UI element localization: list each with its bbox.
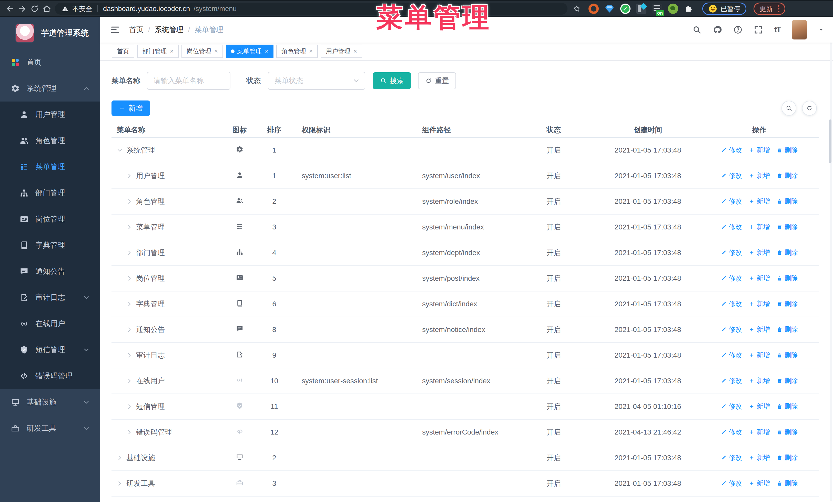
add-action-button[interactable]: 新增 [749, 479, 770, 488]
tab-用户管理[interactable]: 用户管理× [320, 45, 362, 58]
browser-home-icon[interactable] [43, 4, 51, 13]
edit-action-button[interactable]: 修改 [721, 299, 742, 308]
delete-action-button[interactable]: 删除 [777, 325, 798, 334]
add-action-button[interactable]: 新增 [749, 248, 770, 257]
sidebar-item-基础设施[interactable]: 基础设施 [0, 389, 100, 415]
expand-caret-right-icon[interactable] [126, 198, 133, 205]
expand-caret-right-icon[interactable] [126, 224, 133, 230]
expand-caret-right-icon[interactable] [126, 301, 133, 307]
delete-action-button[interactable]: 删除 [777, 274, 798, 283]
close-icon[interactable]: × [170, 48, 173, 55]
edit-action-button[interactable]: 修改 [721, 146, 742, 154]
update-browser-button[interactable]: 更新 [754, 3, 785, 15]
extension-check-icon[interactable]: ✓ [620, 4, 630, 14]
fullscreen-icon[interactable] [754, 25, 763, 34]
expand-caret-right-icon[interactable] [126, 429, 133, 435]
hamburger-icon[interactable] [110, 25, 120, 34]
breadcrumb-item[interactable]: 首页 [129, 25, 144, 34]
sidebar-item-研发工具[interactable]: 研发工具 [0, 415, 100, 441]
edit-action-button[interactable]: 修改 [721, 479, 742, 488]
sidebar-item-错误码管理[interactable]: 错误码管理 [0, 363, 100, 389]
browser-reload-icon[interactable] [30, 4, 39, 13]
user-avatar[interactable] [792, 20, 807, 40]
browser-forward-icon[interactable] [18, 4, 27, 13]
delete-action-button[interactable]: 删除 [777, 479, 798, 488]
add-action-button[interactable]: 新增 [749, 146, 770, 154]
refresh-table-button[interactable] [802, 101, 817, 116]
sidebar-item-部门管理[interactable]: 部门管理 [0, 180, 100, 206]
app-logo[interactable]: 芋道管理系统 [0, 17, 100, 49]
tab-岗位管理[interactable]: 岗位管理× [182, 45, 223, 58]
close-icon[interactable]: × [309, 48, 313, 55]
extension-gem-icon[interactable] [604, 4, 615, 14]
tab-角色管理[interactable]: 角色管理× [276, 45, 318, 58]
close-icon[interactable]: × [214, 48, 218, 55]
sidebar-item-用户管理[interactable]: 用户管理 [0, 101, 100, 128]
delete-action-button[interactable]: 删除 [777, 248, 798, 257]
edit-action-button[interactable]: 修改 [721, 197, 742, 206]
delete-action-button[interactable]: 删除 [777, 351, 798, 360]
sidebar-item-菜单管理[interactable]: 菜单管理 [0, 154, 100, 180]
expand-caret-right-icon[interactable] [126, 327, 133, 333]
browser-back-icon[interactable] [6, 4, 14, 13]
close-icon[interactable]: × [265, 48, 268, 55]
edit-action-button[interactable]: 修改 [721, 171, 742, 180]
expand-caret-right-icon[interactable] [126, 404, 133, 410]
add-action-button[interactable]: 新增 [749, 428, 770, 437]
delete-action-button[interactable]: 删除 [777, 197, 798, 206]
font-size-icon[interactable]: tT [774, 25, 781, 34]
add-action-button[interactable]: 新增 [749, 402, 770, 411]
sidebar-item-短信管理[interactable]: 短信管理 [0, 337, 100, 363]
browser-menu-dots-icon[interactable] [778, 5, 780, 12]
sidebar-item-系统管理[interactable]: 系统管理 [0, 75, 100, 101]
extension-ublock-icon[interactable] [589, 4, 599, 14]
delete-action-button[interactable]: 删除 [777, 402, 798, 411]
bookmark-star-icon[interactable] [573, 5, 581, 13]
add-menu-button[interactable]: 新增 [112, 100, 150, 116]
add-action-button[interactable]: 新增 [749, 325, 770, 334]
expand-caret-right-icon[interactable] [117, 455, 123, 461]
add-action-button[interactable]: 新增 [749, 171, 770, 180]
scrollbar-thumb[interactable] [829, 119, 831, 163]
sidebar-item-角色管理[interactable]: 角色管理 [0, 128, 100, 154]
address-bar[interactable]: 不安全 dashboard.yudao.iocoder.cn/system/me… [55, 3, 568, 15]
delete-action-button[interactable]: 删除 [777, 171, 798, 180]
delete-action-button[interactable]: 删除 [777, 428, 798, 437]
tab-首页[interactable]: 首页 [112, 45, 134, 58]
add-action-button[interactable]: 新增 [749, 453, 770, 462]
delete-action-button[interactable]: 删除 [777, 376, 798, 385]
sidebar-item-岗位管理[interactable]: 岗位管理 [0, 206, 100, 232]
expand-caret-right-icon[interactable] [117, 480, 123, 486]
github-icon[interactable] [713, 25, 722, 34]
sidebar-item-首页[interactable]: 首页 [0, 49, 100, 75]
extension-switch-icon[interactable]: on [652, 4, 662, 14]
expand-caret-right-icon[interactable] [126, 250, 133, 256]
profile-paused-button[interactable]: 已暂停 [702, 3, 746, 15]
edit-action-button[interactable]: 修改 [721, 453, 742, 462]
expand-caret-right-icon[interactable] [126, 173, 133, 179]
delete-action-button[interactable]: 删除 [777, 222, 798, 232]
add-action-button[interactable]: 新增 [749, 376, 770, 385]
edit-action-button[interactable]: 修改 [721, 402, 742, 411]
expand-caret-down-icon[interactable] [117, 147, 123, 153]
expand-caret-right-icon[interactable] [126, 378, 133, 384]
sidebar-item-审计日志[interactable]: 审计日志 [0, 285, 100, 311]
search-icon[interactable] [692, 25, 701, 34]
edit-action-button[interactable]: 修改 [721, 428, 742, 437]
edit-action-button[interactable]: 修改 [721, 222, 742, 232]
reset-button[interactable]: 重置 [418, 72, 456, 89]
tab-菜单管理[interactable]: 菜单管理× [226, 45, 273, 58]
edit-action-button[interactable]: 修改 [721, 325, 742, 334]
breadcrumb-item[interactable]: 系统管理 [155, 25, 184, 34]
delete-action-button[interactable]: 删除 [777, 453, 798, 462]
extensions-puzzle-icon[interactable] [684, 4, 694, 14]
add-action-button[interactable]: 新增 [749, 222, 770, 232]
edit-action-button[interactable]: 修改 [721, 248, 742, 257]
edit-action-button[interactable]: 修改 [721, 351, 742, 360]
search-button[interactable]: 搜索 [373, 72, 411, 89]
menu-name-input[interactable] [147, 72, 231, 90]
close-icon[interactable]: × [353, 48, 357, 55]
help-icon[interactable] [733, 25, 742, 34]
edit-action-button[interactable]: 修改 [721, 274, 742, 283]
add-action-button[interactable]: 新增 [749, 274, 770, 283]
